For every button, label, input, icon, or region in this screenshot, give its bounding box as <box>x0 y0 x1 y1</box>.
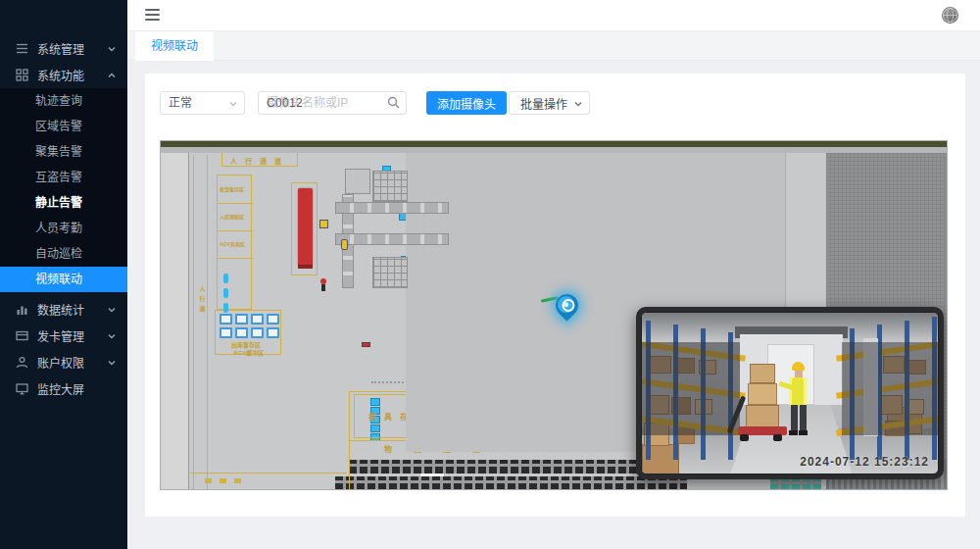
worker-marker <box>320 278 326 284</box>
worker-vest <box>789 377 807 406</box>
sidebar-item-label: 系统管理 <box>37 40 84 57</box>
zone-divider <box>218 203 253 204</box>
machine-yellow <box>341 239 348 250</box>
submenu-item-track-query[interactable]: 轨迹查询 <box>0 88 127 114</box>
pallet-jack-wheel <box>740 434 749 441</box>
machine-lattice <box>372 171 408 202</box>
add-camera-button[interactable]: 添加摄像头 <box>426 91 507 115</box>
sidebar-item-label: 监控大屏 <box>37 380 84 397</box>
sidebar-item-label: 账户权限 <box>37 354 84 371</box>
sidebar-lower-groups: 数据统计 发卡管理 账户权限 监控大屏 <box>0 296 127 402</box>
sidebar-item-label: 系统功能 <box>37 67 84 83</box>
walkway-top-label: 人行通道 <box>230 156 289 166</box>
forklift-marker <box>362 342 370 347</box>
floor-mark-yellow <box>220 478 226 483</box>
outbound-box <box>267 327 279 338</box>
truck-bay <box>291 182 318 275</box>
sidebar-item-system-management[interactable]: 系统管理 <box>0 35 127 62</box>
rack-shadow <box>642 342 740 435</box>
worker-marker <box>321 284 325 291</box>
chevron-down-icon <box>108 359 116 367</box>
selected-camera-pin[interactable] <box>551 290 584 327</box>
zone-label-agv-charging: AGV充电区 <box>220 240 245 247</box>
warehouse-floorplan-map[interactable]: 物流通道机具存放区AGV缓冲区出库暂存区AGV充电区入库预检区收货暂存区人行道人… <box>160 140 948 490</box>
walkway-line <box>193 155 194 490</box>
status-select[interactable]: 正常 <box>160 91 245 115</box>
map-top-band <box>161 147 948 153</box>
top-bar <box>127 0 980 31</box>
agv-charger-marker <box>223 303 228 313</box>
content-area: 正常 C0012 添加摄像头 批量操作 物流通道机具存放区AGV缓冲区出库暂存区… <box>127 61 980 549</box>
submenu-item-theft-alarm[interactable]: 互盗告警 <box>0 165 127 190</box>
outbound-box <box>235 314 248 324</box>
machine-yellow <box>319 220 328 228</box>
worker-shoe <box>799 430 808 435</box>
submenu-item-gathering-alarm[interactable]: 聚集告警 <box>0 139 127 165</box>
zone-line <box>190 473 347 474</box>
chevron-up-icon <box>108 72 116 79</box>
walkway-side-label: 人行道 <box>198 286 207 316</box>
chevron-down-icon <box>108 45 116 53</box>
sidebar-item-label: 数据统计 <box>37 301 84 318</box>
list-icon <box>16 42 28 55</box>
zone-label-outbound: 出库暂存区 <box>231 340 261 349</box>
dark-storage-row <box>335 476 687 490</box>
collapse-menu-icon[interactable] <box>145 9 160 22</box>
zone-label-receiving: 收货暂存区 <box>220 185 244 192</box>
sidebar: 系统管理 系统功能 轨迹查询 区域告警 聚集告警 互盗告警 静止告警 人员考勤 … <box>0 0 127 549</box>
tab-video-linkage[interactable]: 视频联动 <box>135 31 214 61</box>
zone-stack: AGV充电区入库预检区收货暂存区 <box>217 175 252 310</box>
outbound-box <box>235 327 248 338</box>
walkway-top-box: 人行通道 <box>221 152 298 167</box>
card-icon <box>16 329 28 342</box>
status-select-value: 正常 <box>169 96 192 110</box>
conveyor-line <box>335 202 449 214</box>
sidebar-item-data-statistics[interactable]: 数据统计 <box>0 296 127 323</box>
user-icon <box>16 356 28 369</box>
machine-lattice <box>372 257 408 288</box>
sidebar-item-monitoring-screen[interactable]: 监控大屏 <box>0 375 127 402</box>
outbound-box <box>251 327 264 338</box>
zone-divider <box>218 230 253 231</box>
camera-video-overlay[interactable]: 2024-07-12 15:23:12 <box>636 307 944 479</box>
main-area: 视频联动 正常 C0012 添加摄像头 批量操作 <box>127 0 980 549</box>
search-icon[interactable] <box>387 96 400 109</box>
agv-charger-marker <box>223 274 228 283</box>
monitor-icon <box>16 382 28 395</box>
chevron-down-icon <box>574 100 582 108</box>
sidebar-top-spacer <box>0 0 127 35</box>
submenu-item-area-alarm[interactable]: 区域告警 <box>0 114 127 139</box>
cardboard-box <box>746 405 779 428</box>
worker-shoe <box>789 430 798 435</box>
map-top-wall <box>161 141 948 147</box>
sidebar-item-card-management[interactable]: 发卡管理 <box>0 323 127 349</box>
conveyor-frame <box>345 169 370 194</box>
batch-operations-label: 批量操作 <box>520 98 567 112</box>
worker-face <box>795 371 803 377</box>
conveyor-line <box>335 233 449 245</box>
zone-divider <box>218 258 253 259</box>
outbound-box <box>220 314 232 324</box>
search-input[interactable] <box>258 91 407 115</box>
outbound-box <box>220 327 232 338</box>
submenu-item-video-linkage[interactable]: 视频联动 <box>0 267 127 292</box>
worker-leg <box>791 405 798 431</box>
cardboard-box <box>750 364 775 383</box>
tab-bar: 视频联动 <box>127 31 980 61</box>
sidebar-item-account-permissions[interactable]: 账户权限 <box>0 349 127 375</box>
agv-charger-marker <box>223 288 228 298</box>
avatar-globe-icon[interactable] <box>942 7 958 24</box>
batch-operations-button[interactable]: 批量操作 <box>509 91 590 115</box>
sidebar-submenu: 轨迹查询 区域告警 聚集告警 互盗告警 静止告警 人员考勤 自动巡检 视频联动 <box>0 88 127 292</box>
sidebar-item-system-functions[interactable]: 系统功能 <box>0 62 127 88</box>
submenu-item-stationary-alarm[interactable]: 静止告警 <box>0 190 127 216</box>
chevron-down-icon <box>229 100 237 108</box>
submenu-item-attendance[interactable]: 人员考勤 <box>0 216 127 241</box>
outbound-box <box>267 314 279 324</box>
worker-leg <box>800 405 807 431</box>
zone-label-agv-buffer: AGV缓冲区 <box>233 348 264 357</box>
left-building <box>161 147 189 490</box>
zone-label-inbound-check: 入库预检区 <box>220 213 244 220</box>
camera-pin-icon <box>551 289 583 322</box>
submenu-item-auto-inspection[interactable]: 自动巡检 <box>0 241 127 267</box>
